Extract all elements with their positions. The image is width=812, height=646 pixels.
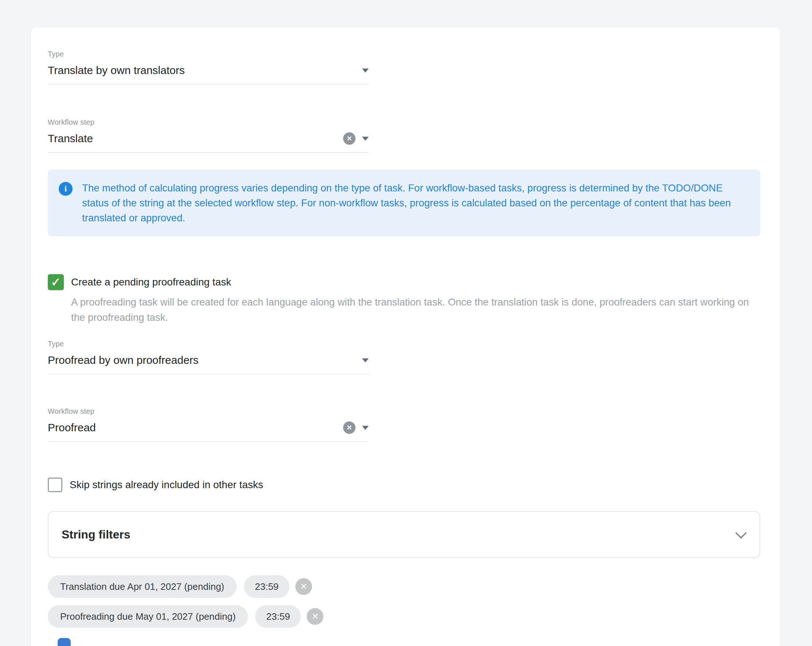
workflow-step-field: Workflow step Translate ✕ — [48, 118, 369, 153]
skip-strings-section: Skip strings already included in other t… — [48, 478, 763, 492]
info-note-text: The method of calculating progress varie… — [82, 180, 747, 225]
string-filters-panel[interactable]: String filters — [48, 511, 760, 558]
proofread-type-select[interactable]: Proofread by own proofreaders — [48, 354, 369, 375]
chevron-down-icon[interactable] — [362, 358, 369, 363]
proofreading-checkbox-label[interactable]: Create a pending proofreading task — [71, 276, 231, 288]
proofreading-checkbox[interactable]: ✓ — [48, 274, 64, 290]
workflow-step-label: Workflow step — [48, 118, 369, 126]
proofread-type-label: Type — [48, 340, 369, 348]
clear-selection-icon[interactable]: ✕ — [343, 133, 356, 145]
proofreading-deadline-chip[interactable]: Proofreading due May 01, 2027 (pending) — [48, 605, 248, 628]
skip-strings-checkbox[interactable] — [48, 478, 63, 492]
workflow-step-value: Translate — [48, 133, 93, 145]
proofreading-checkbox-section: ✓ Create a pending proofreading task A p… — [48, 274, 763, 325]
proofreading-deadline-time-chip[interactable]: 23:59 — [255, 605, 301, 628]
progress-info-note: i The method of calculating progress var… — [48, 169, 760, 236]
proofread-workflow-select[interactable]: Proofread ✕ — [48, 421, 369, 442]
translation-deadline-time-chip[interactable]: 23:59 — [244, 575, 290, 598]
remove-deadline-icon[interactable]: ✕ — [307, 608, 324, 625]
create-task-button[interactable] — [58, 638, 71, 646]
skip-strings-label[interactable]: Skip strings already included in other t… — [70, 479, 263, 491]
string-filters-title: String filters — [62, 528, 130, 541]
proofread-workflow-label: Workflow step — [48, 407, 369, 416]
chevron-down-icon[interactable] — [362, 426, 369, 430]
clear-selection-icon[interactable]: ✕ — [343, 421, 356, 434]
task-type-label: Type — [48, 50, 369, 58]
task-type-select[interactable]: Translate by own translators — [48, 64, 369, 85]
task-type-field: Type Translate by own translators — [48, 50, 369, 85]
task-type-value: Translate by own translators — [48, 64, 185, 76]
deadline-chips: Translation due Apr 01, 2027 (pending) 2… — [48, 575, 763, 628]
remove-deadline-icon[interactable]: ✕ — [295, 578, 312, 595]
chevron-down-icon[interactable] — [362, 137, 369, 141]
proofread-workflow-value: Proofread — [48, 421, 96, 434]
chevron-down-icon[interactable] — [736, 527, 747, 538]
proofread-type-field: Type Proofread by own proofreaders — [48, 340, 369, 375]
proofread-type-value: Proofread by own proofreaders — [48, 354, 199, 366]
chevron-down-icon[interactable] — [362, 69, 369, 73]
translation-deadline-chip[interactable]: Translation due Apr 01, 2027 (pending) — [48, 575, 237, 598]
workflow-step-select[interactable]: Translate ✕ — [48, 133, 369, 153]
proofread-workflow-field: Workflow step Proofread ✕ — [48, 407, 369, 442]
proofreading-deadline-row: Proofreading due May 01, 2027 (pending) … — [48, 605, 763, 628]
translation-deadline-row: Translation due Apr 01, 2027 (pending) 2… — [48, 575, 763, 598]
proofreading-checkbox-description: A proofreading task will be created for … — [71, 294, 757, 325]
info-icon: i — [59, 182, 73, 196]
task-form-card: Type Translate by own translators Workfl… — [31, 27, 780, 646]
